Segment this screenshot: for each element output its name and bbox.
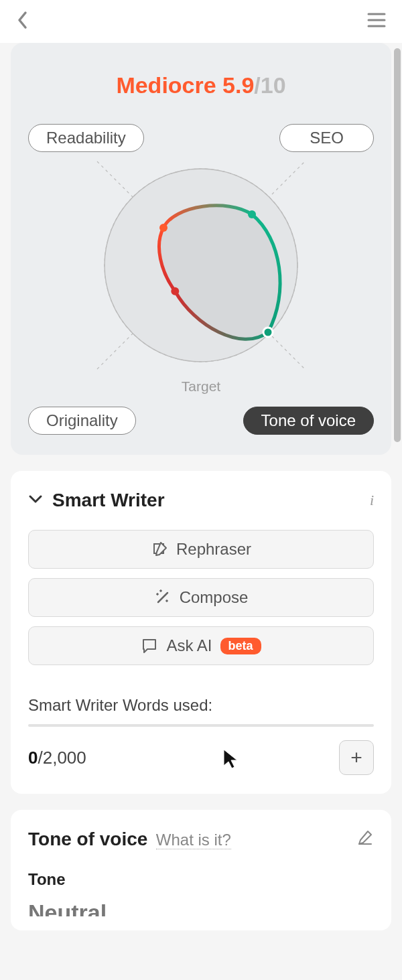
tone-title: Tone of voice (28, 829, 147, 849)
compose-label: Compose (180, 588, 249, 607)
wand-icon (154, 589, 172, 606)
compose-button[interactable]: Compose (28, 578, 374, 617)
svg-point-7 (159, 224, 168, 232)
tone-card: Tone of voice What is it? Tone Neutral (11, 810, 391, 930)
radar-chart: Target (28, 155, 374, 404)
svg-point-8 (248, 210, 256, 218)
smart-writer-card: Smart Writer i Rephraser Compose Ask AI … (11, 471, 391, 794)
score-max: /10 (254, 72, 285, 98)
score-label: Mediocre (116, 72, 216, 98)
smart-writer-header[interactable]: Smart Writer i (28, 490, 374, 511)
ask-ai-label: Ask AI (166, 636, 212, 655)
info-icon[interactable]: i (370, 492, 374, 509)
score-line: Mediocre 5.9/10 (28, 72, 374, 98)
ask-ai-button[interactable]: Ask AI beta (28, 626, 374, 665)
pill-readability[interactable]: Readability (28, 124, 144, 152)
content-area: Mediocre 5.9/10 Readability SEO (0, 43, 402, 944)
chat-icon (141, 637, 158, 654)
usage-label: Smart Writer Words used: (28, 696, 374, 715)
add-words-button[interactable]: + (339, 740, 374, 775)
svg-point-9 (263, 328, 273, 337)
chevron-down-icon (28, 494, 43, 507)
edit-icon[interactable] (356, 829, 374, 849)
scrollbar[interactable] (394, 48, 401, 442)
smart-writer-title: Smart Writer (52, 490, 165, 511)
rephraser-button[interactable]: Rephraser (28, 530, 374, 569)
tone-value: Neutral (28, 900, 374, 916)
pill-originality[interactable]: Originality (28, 407, 136, 435)
top-bar (0, 0, 402, 43)
usage-limit: /2,000 (38, 748, 86, 768)
usage-text: 0/2,000 (28, 748, 86, 768)
back-icon[interactable] (16, 10, 29, 33)
usage-used: 0 (28, 748, 38, 768)
radar-target-label: Target (182, 378, 220, 395)
edit-icon (151, 541, 168, 558)
beta-badge: beta (220, 638, 261, 654)
hamburger-icon[interactable] (367, 12, 386, 31)
pill-seo[interactable]: SEO (279, 124, 374, 152)
pill-tone-of-voice[interactable]: Tone of voice (243, 407, 374, 435)
score-value: 5.9 (222, 72, 254, 98)
tone-subtitle: Tone (28, 870, 374, 889)
rephraser-label: Rephraser (176, 540, 251, 559)
svg-point-10 (171, 287, 179, 295)
what-is-it-link[interactable]: What is it? (156, 831, 231, 849)
radar-card: Mediocre 5.9/10 Readability SEO (11, 43, 391, 455)
usage-bar (28, 724, 374, 727)
